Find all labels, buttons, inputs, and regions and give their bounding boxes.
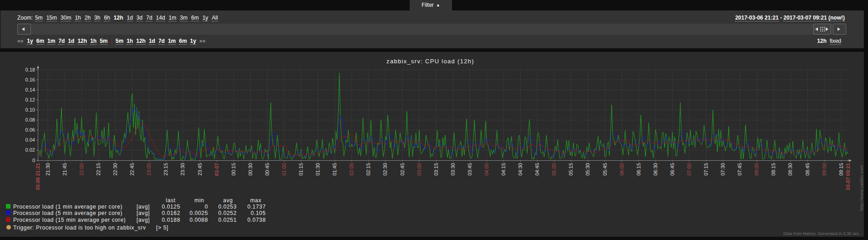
svg-text:00:45: 00:45 <box>264 163 270 176</box>
svg-text:00:30: 00:30 <box>248 163 253 176</box>
svg-text:09:00: 09:00 <box>822 163 827 176</box>
svg-text:0.06: 0.06 <box>25 127 35 133</box>
svg-text:21:30: 21:30 <box>45 163 51 176</box>
svg-text:07:15: 07:15 <box>703 163 709 176</box>
svg-text:0.02: 0.02 <box>25 147 35 153</box>
svg-text:07:45: 07:45 <box>737 163 742 176</box>
svg-text:0.08: 0.08 <box>25 117 35 123</box>
svg-text:23:00: 23:00 <box>146 163 152 176</box>
svg-text:04:00: 04:00 <box>484 163 489 176</box>
svg-text:08:15: 08:15 <box>771 163 776 176</box>
svg-text:00:15: 00:15 <box>231 163 236 176</box>
svg-text:01:45: 01:45 <box>332 163 337 176</box>
svg-text:06:00: 06:00 <box>619 163 624 176</box>
svg-text:0.18: 0.18 <box>25 67 35 72</box>
svg-text:02:15: 02:15 <box>365 163 371 176</box>
svg-text:01:30: 01:30 <box>315 163 320 176</box>
svg-text:08:45: 08:45 <box>805 163 810 176</box>
svg-text:03-07 09:21: 03-07 09:21 <box>845 163 851 190</box>
svg-text:0.12: 0.12 <box>25 97 35 102</box>
svg-text:08:00: 08:00 <box>754 163 759 176</box>
svg-text:02:00: 02:00 <box>349 163 354 176</box>
svg-text:03:30: 03:30 <box>450 163 456 176</box>
svg-text:04:30: 04:30 <box>518 163 523 176</box>
svg-text:01:00: 01:00 <box>281 163 287 176</box>
svg-text:0.14: 0.14 <box>25 87 35 92</box>
svg-text:22:30: 22:30 <box>112 163 118 176</box>
svg-text:09:15: 09:15 <box>838 163 844 176</box>
svg-text:03:00: 03:00 <box>416 163 422 176</box>
svg-text:04:15: 04:15 <box>501 163 506 176</box>
svg-text:22:15: 22:15 <box>96 163 101 176</box>
svg-text:03-07: 03-07 <box>214 163 219 176</box>
svg-text:02:30: 02:30 <box>382 163 388 176</box>
svg-text:0: 0 <box>32 158 35 163</box>
svg-text:06:45: 06:45 <box>670 163 675 176</box>
svg-text:02:45: 02:45 <box>400 163 405 176</box>
svg-text:0.04: 0.04 <box>25 137 35 143</box>
svg-text:05:45: 05:45 <box>602 163 608 176</box>
svg-text:05:30: 05:30 <box>585 163 590 176</box>
svg-text:22:00: 22:00 <box>79 163 84 176</box>
svg-text:08:30: 08:30 <box>787 163 793 176</box>
svg-text:07:30: 07:30 <box>720 163 726 176</box>
svg-text:01:15: 01:15 <box>298 163 304 176</box>
svg-text:04:45: 04:45 <box>534 163 540 176</box>
svg-text:0.10: 0.10 <box>25 107 35 112</box>
svg-text:23:15: 23:15 <box>163 163 168 176</box>
svg-text:22:45: 22:45 <box>129 163 135 176</box>
svg-text:07:00: 07:00 <box>686 163 692 176</box>
svg-text:06:15: 06:15 <box>636 163 641 176</box>
svg-text:0.16: 0.16 <box>25 77 35 82</box>
svg-text:05:00: 05:00 <box>551 163 557 176</box>
svg-text:06:30: 06:30 <box>653 163 658 176</box>
svg-text:23:30: 23:30 <box>180 163 185 176</box>
svg-text:23:45: 23:45 <box>197 163 203 176</box>
svg-text:03:15: 03:15 <box>433 163 439 176</box>
svg-text:05:15: 05:15 <box>568 163 574 176</box>
svg-text:http://www.zabbix.com: http://www.zabbix.com <box>859 165 864 211</box>
svg-text:03:45: 03:45 <box>467 163 472 176</box>
svg-text:21:45: 21:45 <box>62 163 67 176</box>
svg-text:03-06 21:21: 03-06 21:21 <box>35 163 41 190</box>
